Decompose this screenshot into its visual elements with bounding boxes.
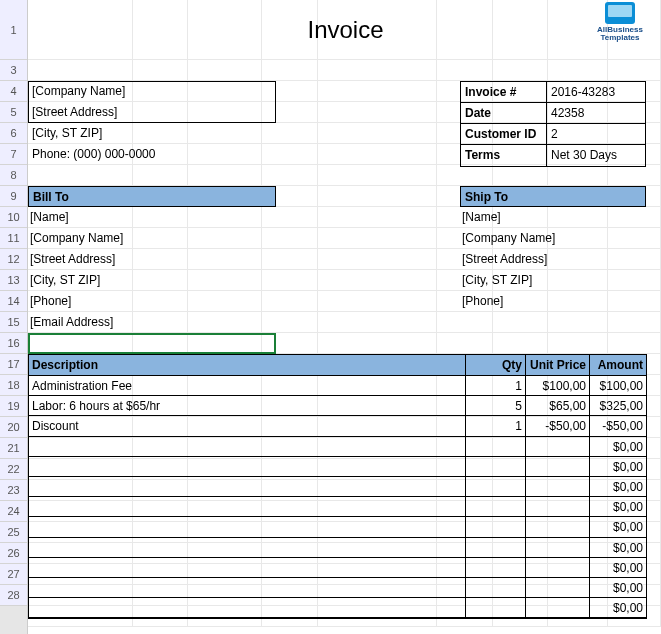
row-header-14[interactable]: 14 — [0, 291, 27, 312]
item-cell-qty[interactable]: 5 — [466, 396, 526, 415]
meta-value[interactable]: 2016-43283 — [547, 82, 645, 102]
billto-line[interactable]: [Street Address] — [28, 249, 276, 270]
item-cell-desc[interactable]: Discount — [29, 416, 466, 435]
row-header-3[interactable]: 3 — [0, 60, 27, 81]
item-cell-qty[interactable]: 1 — [466, 416, 526, 435]
row-header-20[interactable]: 20 — [0, 417, 27, 438]
item-cell-amount[interactable]: $0,00 — [590, 598, 646, 617]
row-header-11[interactable]: 11 — [0, 228, 27, 249]
item-cell-qty[interactable] — [466, 477, 526, 496]
item-cell-price[interactable] — [526, 437, 590, 456]
row-header-22[interactable]: 22 — [0, 459, 27, 480]
item-row[interactable]: $0,00 — [29, 497, 646, 517]
item-cell-amount[interactable]: $0,00 — [590, 538, 646, 557]
item-row[interactable]: $0,00 — [29, 578, 646, 598]
item-row[interactable]: Labor: 6 hours at $65/hr5$65,00$325,00 — [29, 396, 646, 416]
row-header-15[interactable]: 15 — [0, 312, 27, 333]
row-header-8[interactable]: 8 — [0, 165, 27, 186]
row-header-23[interactable]: 23 — [0, 480, 27, 501]
row-header-27[interactable]: 27 — [0, 564, 27, 585]
item-cell-desc[interactable] — [29, 598, 466, 617]
row-header-1[interactable]: 1 — [0, 0, 27, 60]
item-cell-desc[interactable] — [29, 538, 466, 557]
billto-line[interactable]: [Phone] — [28, 291, 276, 312]
shipto-line[interactable]: [Phone] — [460, 291, 646, 312]
item-cell-desc[interactable] — [29, 457, 466, 476]
item-cell-desc[interactable] — [29, 497, 466, 516]
item-cell-amount[interactable]: -$50,00 — [590, 416, 646, 435]
item-row[interactable]: $0,00 — [29, 517, 646, 537]
item-cell-qty[interactable] — [466, 437, 526, 456]
row-header-16[interactable]: 16 — [0, 333, 27, 354]
item-cell-desc[interactable] — [29, 558, 466, 577]
item-row[interactable]: $0,00 — [29, 538, 646, 558]
item-cell-amount[interactable]: $325,00 — [590, 396, 646, 415]
grid-area[interactable]: Invoice AllBusiness Templates [Company N… — [28, 0, 661, 634]
item-row[interactable]: Administration Fee1$100,00$100,00 — [29, 376, 646, 396]
billto-line[interactable]: [Name] — [28, 207, 276, 228]
item-cell-price[interactable] — [526, 497, 590, 516]
row-header-7[interactable]: 7 — [0, 144, 27, 165]
item-row[interactable]: $0,00 — [29, 437, 646, 457]
shipto-line[interactable]: [City, ST ZIP] — [460, 270, 646, 291]
billto-line[interactable]: [City, ST ZIP] — [28, 270, 276, 291]
meta-value[interactable]: Net 30 Days — [547, 145, 645, 166]
item-cell-qty[interactable] — [466, 578, 526, 597]
item-cell-desc[interactable] — [29, 517, 466, 536]
row-header-25[interactable]: 25 — [0, 522, 27, 543]
item-cell-qty[interactable] — [466, 598, 526, 617]
item-cell-price[interactable] — [526, 578, 590, 597]
billto-line[interactable]: [Email Address] — [28, 312, 276, 333]
item-cell-qty[interactable] — [466, 517, 526, 536]
item-cell-amount[interactable]: $0,00 — [590, 558, 646, 577]
row-header-26[interactable]: 26 — [0, 543, 27, 564]
item-cell-price[interactable] — [526, 558, 590, 577]
row-header-28[interactable]: 28 — [0, 585, 27, 606]
item-cell-qty[interactable] — [466, 558, 526, 577]
item-cell-amount[interactable]: $0,00 — [590, 578, 646, 597]
item-cell-desc[interactable] — [29, 578, 466, 597]
item-cell-price[interactable] — [526, 538, 590, 557]
shipto-line[interactable]: [Street Address] — [460, 249, 646, 270]
item-row[interactable]: $0,00 — [29, 477, 646, 497]
item-cell-qty[interactable] — [466, 538, 526, 557]
item-cell-amount[interactable]: $0,00 — [590, 437, 646, 456]
item-row[interactable]: Discount1-$50,00-$50,00 — [29, 416, 646, 436]
item-cell-price[interactable]: -$50,00 — [526, 416, 590, 435]
item-cell-price[interactable] — [526, 477, 590, 496]
item-cell-price[interactable] — [526, 517, 590, 536]
row-header-18[interactable]: 18 — [0, 375, 27, 396]
item-cell-qty[interactable]: 1 — [466, 376, 526, 395]
item-cell-desc[interactable]: Labor: 6 hours at $65/hr — [29, 396, 466, 415]
row-header-9[interactable]: 9 — [0, 186, 27, 207]
row-header-17[interactable]: 17 — [0, 354, 27, 375]
shipto-line[interactable]: [Company Name] — [460, 228, 646, 249]
row-header-24[interactable]: 24 — [0, 501, 27, 522]
row-header-6[interactable]: 6 — [0, 123, 27, 144]
item-cell-price[interactable] — [526, 598, 590, 617]
item-cell-desc[interactable] — [29, 437, 466, 456]
item-cell-price[interactable]: $65,00 — [526, 396, 590, 415]
row-header-21[interactable]: 21 — [0, 438, 27, 459]
item-cell-amount[interactable]: $0,00 — [590, 497, 646, 516]
item-cell-amount[interactable]: $100,00 — [590, 376, 646, 395]
item-cell-amount[interactable]: $0,00 — [590, 457, 646, 476]
item-row[interactable]: $0,00 — [29, 558, 646, 578]
item-cell-qty[interactable] — [466, 457, 526, 476]
item-cell-desc[interactable]: Administration Fee — [29, 376, 466, 395]
item-cell-amount[interactable]: $0,00 — [590, 477, 646, 496]
item-cell-price[interactable]: $100,00 — [526, 376, 590, 395]
item-cell-desc[interactable] — [29, 477, 466, 496]
billto-line[interactable]: [Company Name] — [28, 228, 276, 249]
item-row[interactable]: $0,00 — [29, 457, 646, 477]
row-header-10[interactable]: 10 — [0, 207, 27, 228]
meta-value[interactable]: 42358 — [547, 103, 645, 123]
row-header-4[interactable]: 4 — [0, 81, 27, 102]
item-row[interactable]: $0,00 — [29, 598, 646, 618]
shipto-line[interactable]: [Name] — [460, 207, 646, 228]
row-header-13[interactable]: 13 — [0, 270, 27, 291]
item-cell-price[interactable] — [526, 457, 590, 476]
row-header-12[interactable]: 12 — [0, 249, 27, 270]
row-header-5[interactable]: 5 — [0, 102, 27, 123]
item-cell-amount[interactable]: $0,00 — [590, 517, 646, 536]
